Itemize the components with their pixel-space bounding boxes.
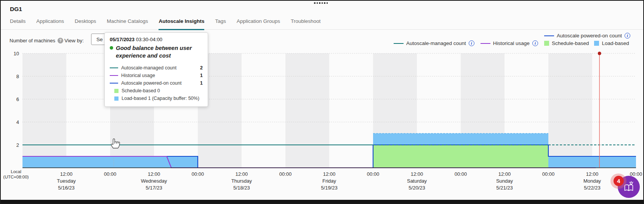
monitor-window: DG1 DetailsApplicationsDesktopsMachine C…: [0, 0, 644, 204]
tooltip-row-label: Autoscale-managed count: [121, 65, 176, 71]
tooltip-status-text: Good balance between user experience and…: [116, 44, 195, 59]
tab-desktops[interactable]: Desktops: [75, 18, 96, 30]
tab-tags[interactable]: Tags: [215, 18, 226, 30]
area-load-based: [22, 156, 198, 168]
tooltip-status-row: Good balance between user experience and…: [110, 44, 203, 59]
tooltip-swatch: [110, 83, 118, 84]
date-label: 5/17/23: [146, 185, 162, 191]
info-icon[interactable]: i: [532, 40, 538, 46]
tab-autoscale-insights[interactable]: Autoscale Insights: [159, 18, 204, 30]
x-tick-label: 00:00: [104, 171, 117, 177]
view-by-select-value: Se: [96, 37, 103, 42]
area-load-based: [373, 133, 548, 145]
area-load-based: [548, 156, 636, 168]
tooltip-title: 05/17/2023 03:30-04:00: [110, 37, 203, 42]
tooltip-row-autoscale-powered-on-count: Autoscale powered-on count1: [110, 80, 203, 86]
day-label: Thursday: [231, 178, 252, 184]
tooltip-row-historical-usage: Historical usage1: [110, 73, 203, 78]
info-icon[interactable]: i: [469, 40, 474, 46]
tooltip-row-value: 1: [200, 73, 203, 78]
y-tick-label: 2: [16, 142, 19, 148]
tooltip-row-schedule-based-0: Schedule-based 0: [110, 88, 203, 93]
legend-line-swatch: [394, 43, 404, 44]
day-band: [285, 53, 329, 168]
x-tick-label: 00:00: [455, 171, 467, 177]
tab-bar: DetailsApplicationsDesktopsMachine Catal…: [10, 18, 320, 30]
chart-tooltip: 05/17/2023 03:30-04:00 Good balance betw…: [104, 32, 208, 107]
tab-troubleshoot[interactable]: Troubleshoot: [291, 18, 320, 30]
x-tick-label: 00:00: [279, 171, 292, 177]
tab-application-groups[interactable]: Application Groups: [237, 18, 280, 30]
tab-applications[interactable]: Applications: [36, 18, 64, 30]
tab-machine-catalogs[interactable]: Machine Catalogs: [107, 18, 148, 30]
legend-historical-usage: Historical usage i: [481, 40, 538, 46]
legend-autoscale-powered-on-count: Autoscale powered-on count i: [544, 33, 630, 39]
tooltip-rows: Autoscale-managed count2Historical usage…: [110, 65, 203, 101]
date-label: 5/19/23: [321, 185, 337, 191]
x-tick-label: 00:00: [542, 171, 555, 177]
area-schedule-based: [373, 145, 548, 168]
legend-label: Autoscale powered-on count: [557, 33, 622, 39]
tooltip-time-range: 03:30-04:00: [136, 37, 162, 42]
timezone-label: (UTC+08:00): [3, 175, 29, 179]
legend-line-swatch: [481, 43, 490, 44]
tooltip-row-load-based-1-capacity-buffer-50: Load-based 1 (Capacity buffer: 50%): [110, 96, 203, 101]
tooltip-swatch: [114, 89, 119, 93]
tooltip-swatch: [110, 75, 118, 76]
window-bottom-edge: [1, 200, 643, 203]
y-tick-label: 8: [16, 74, 19, 79]
tooltip-swatch: [110, 67, 118, 68]
legend-label: Historical usage: [493, 40, 530, 46]
legend-label: Load-based: [602, 40, 629, 46]
tooltip-row-value: 2: [200, 65, 203, 71]
x-tick-label: 12:00: [60, 171, 73, 177]
date-label: 5/20/23: [409, 185, 425, 191]
legend-load-based: Load-based: [594, 40, 629, 46]
legend-label: Autoscale-managed count: [406, 40, 466, 46]
tooltip-row-label: Load-based 1 (Capacity buffer: 50%): [122, 96, 199, 101]
chart-legend: Autoscale-managed count i Historical usa…: [394, 33, 630, 46]
tab-details[interactable]: Details: [10, 18, 26, 30]
legend-schedule-based: Schedule-based: [544, 40, 589, 46]
x-tick-label: 12:00: [235, 171, 248, 177]
day-label: Tuesday: [57, 178, 76, 184]
y-tick-label: 10: [14, 51, 19, 56]
x-tick-label: 00:00: [192, 171, 204, 177]
x-tick-label: 12:00: [148, 171, 160, 177]
day-label: Friday: [322, 178, 336, 184]
tooltip-row-value: 1: [200, 80, 203, 86]
current-time-dot: [598, 52, 601, 55]
info-icon[interactable]: i: [625, 33, 630, 39]
day-label: Saturday: [407, 178, 427, 184]
tooltip-row-label: Schedule-based 0: [122, 88, 160, 93]
y-tick-label: 4: [16, 119, 19, 125]
legend-label: Schedule-based: [552, 40, 589, 46]
legend-square-swatch: [544, 41, 549, 46]
legend-autoscale-managed-count: Autoscale-managed count i: [394, 40, 474, 46]
notification-count-badge: 4: [614, 176, 624, 186]
date-label: 5/16/23: [58, 185, 74, 191]
x-tick-label: 12:00: [586, 171, 599, 177]
date-label: 5/21/23: [496, 185, 513, 191]
date-label: 5/18/23: [233, 185, 250, 191]
x-tick-label: 00:00: [367, 171, 380, 177]
day-label: Sunday: [496, 178, 513, 184]
y-tick-label: 6: [16, 96, 19, 102]
day-band: [22, 53, 66, 168]
chart-canvas: 246810Local(UTC+08:00)12:0000:0012:0000:…: [1, 1, 644, 204]
tooltip-row-label: Autoscale powered-on count: [121, 80, 181, 86]
tooltip-row-label: Historical usage: [121, 73, 155, 78]
date-label: 5/22/23: [584, 185, 600, 191]
legend-line-swatch: [544, 35, 554, 36]
legend-square-swatch: [594, 41, 599, 46]
tooltip-date: 05/17/2023: [110, 37, 135, 42]
tooltip-row-autoscale-managed-count: Autoscale-managed count2: [110, 65, 203, 71]
day-label: Wednesday: [141, 178, 167, 184]
timezone-label: Local: [11, 169, 21, 174]
day-band: [548, 53, 592, 168]
legend-powered-on-group: Autoscale powered-on count i Schedule-ba…: [544, 33, 630, 46]
status-dot-icon: [110, 46, 113, 50]
x-tick-label: 12:00: [411, 171, 423, 177]
day-label: Monday: [583, 178, 601, 184]
legend-fill-row: Schedule-based Load-based: [544, 40, 629, 46]
